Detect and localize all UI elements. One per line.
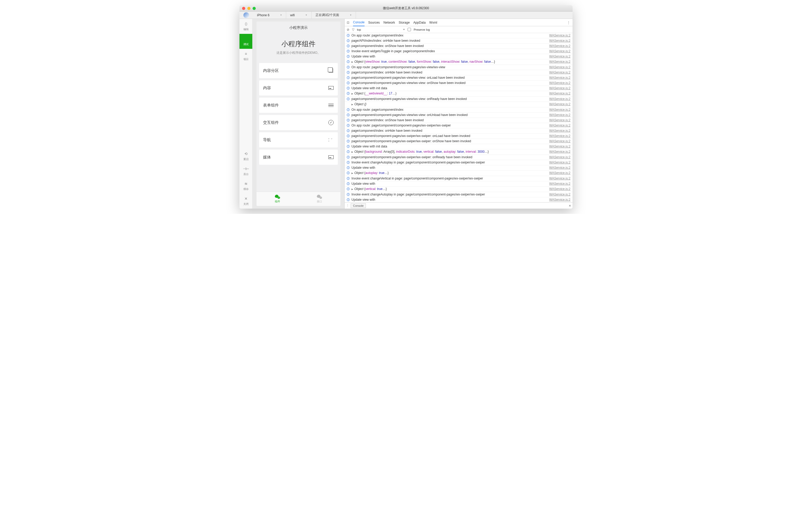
console-source-link[interactable]: WAService.js:2 [549,160,571,165]
console-source-link[interactable]: WAService.js:2 [549,65,571,70]
sidebar-item-后台[interactable]: ⊣⊢后台 [239,164,252,179]
list-item[interactable]: 内容分区 [259,63,338,78]
console-source-link[interactable]: WAService.js:2 [549,44,571,48]
console-row[interactable]: ⓘOn app route: page/component/indexWASer… [345,33,573,38]
device-select[interactable]: iPhone 6 ▼ [253,11,286,19]
console-row[interactable]: ⓘpage/component/component-pages/wx-view/… [345,81,573,86]
console-row[interactable]: ⓘpage/component/index: onHide have been … [345,70,573,75]
sidebar-item-项目[interactable]: ≡项目 [239,49,252,64]
console-source-link[interactable]: WAService.js:2 [549,134,571,138]
console-source-link[interactable]: WAService.js:2 [549,113,571,117]
chevron-down-icon[interactable]: ▼ [403,28,405,31]
console-row[interactable]: ⓘUpdate view withWAService.js:2 [345,197,573,202]
console-source-link[interactable]: WAService.js:2 [549,171,571,175]
console-source-link[interactable]: WAService.js:2 [549,149,571,154]
console-row[interactable]: ⓘ▶Object {__webviewId__: 17…}WAService.j… [345,91,573,97]
console-row[interactable]: ⓘ▶Object {vertical: true…}WAService.js:2 [345,187,573,192]
console-source-link[interactable]: WAService.js:2 [549,49,571,54]
console-row[interactable]: ⓘpage/component/index: onShow have been … [345,44,573,49]
console-source-link[interactable]: WAService.js:2 [549,129,571,133]
network-select[interactable]: wifi ▼ [286,11,311,19]
console-row[interactable]: ⓘOn app route: page/component/component-… [345,65,573,70]
list-item[interactable]: 内容 [259,80,338,95]
console-source-link[interactable]: WAService.js:2 [549,97,571,101]
drawer-tab-console[interactable]: Console [351,203,366,208]
avatar[interactable] [243,12,249,18]
console-source-link[interactable]: WAService.js:2 [549,86,571,90]
minimize-window-button[interactable] [247,7,251,10]
devtools-tab-storage[interactable]: Storage [399,19,410,26]
preserve-log-checkbox[interactable] [408,28,411,31]
console-row[interactable]: ⓘUpdate view withWAService.js:2 [345,165,573,170]
console-source-link[interactable]: WAService.js:2 [549,76,571,80]
console-source-link[interactable]: WAService.js:2 [549,102,571,107]
console-source-link[interactable]: WAService.js:2 [549,81,571,85]
console-row[interactable]: ⓘpage/component/component-pages/wx-swipe… [345,155,573,160]
console-row[interactable]: ⓘUpdate view withWAService.js:2 [345,54,573,59]
console-row[interactable]: ⓘpage/component/component-pages/wx-view/… [345,113,573,118]
console-row[interactable]: ⓘpage/component/index: onHide have been … [345,128,573,134]
console-row[interactable]: ⓘpage/API/index/index: onHide have been … [345,38,573,44]
console-row[interactable]: ⓘ▶Object {autoplay: true…}WAService.js:2 [345,170,573,176]
console-source-link[interactable]: WAService.js:2 [549,70,571,75]
console-source-link[interactable]: WAService.js:2 [549,123,571,128]
sidebar-item-调试[interactable]: 调试 [239,34,252,49]
more-icon[interactable]: ⋮ [567,21,571,24]
tabbar-item[interactable]: 接口 [298,192,341,206]
console-source-link[interactable]: WAService.js:2 [549,176,571,181]
close-window-button[interactable] [242,7,245,10]
console-row[interactable]: ⓘInvoke event changeVertical in page: pa… [345,176,573,181]
console-source-link[interactable]: WAService.js:2 [549,38,571,43]
sidebar-item-关闭[interactable]: ✕关闭 [239,194,252,209]
console-row[interactable]: ⓘOn app route: page/component/component-… [345,123,573,128]
console-row[interactable]: ⓘ▶Object {viewShow: true, contentShow: f… [345,59,573,65]
sidebar-item-编辑[interactable]: ⟨⟩编辑 [239,19,252,34]
console-source-link[interactable]: WAService.js:2 [549,108,571,112]
list-item[interactable]: 表单组件 [259,98,338,113]
list-item[interactable]: 交互组件✓ [259,115,338,130]
console-row[interactable]: ⓘpage/component/component-pages/wx-view/… [345,97,573,102]
devtools-tab-sources[interactable]: Sources [368,19,380,26]
console-source-link[interactable]: WAService.js:2 [549,192,571,197]
console-row[interactable]: ⓘpage/component/component-pages/wx-swipe… [345,134,573,139]
sidebar-item-重启[interactable]: ⟲重启 [239,149,252,164]
console-source-link[interactable]: WAService.js:2 [549,91,571,96]
console-source-link[interactable]: WAService.js:2 [549,182,571,186]
console-row[interactable]: ⓘpage/component/index: onShow have been … [345,118,573,123]
console-row[interactable]: ⓘInvoke event changeAutoplay in page: pa… [345,192,573,197]
console-output[interactable]: ⓘOn app route: page/component/indexWASer… [345,33,573,202]
console-source-link[interactable]: WAService.js:2 [549,166,571,170]
close-drawer-icon[interactable]: × [569,203,571,208]
console-row[interactable]: ⓘUpdate view with init dataWAService.js:… [345,86,573,91]
console-row[interactable]: ⓘUpdate view with init dataWAService.js:… [345,144,573,149]
devtools-tab-wxml[interactable]: Wxml [429,19,437,26]
console-source-link[interactable]: WAService.js:2 [549,155,571,160]
console-row[interactable]: ⓘOn app route: page/component/indexWASer… [345,107,573,113]
context-select[interactable]: top [357,28,361,31]
console-row[interactable]: ⓘpage/component/component-pages/wx-view/… [345,75,573,81]
maximize-window-button[interactable] [253,7,256,10]
console-source-link[interactable]: WAService.js:2 [549,118,571,122]
devtools-tab-network[interactable]: Network [383,19,395,26]
list-item[interactable]: 媒体 [259,149,338,165]
console-row[interactable]: ⓘInvoke event widgetsToggle in page: pag… [345,49,573,54]
debug-status-select[interactable]: 正在调试2个页面 ▼ [312,11,356,19]
console-source-link[interactable]: WAService.js:2 [549,54,571,59]
tabbar-item[interactable]: 组件 [257,192,298,206]
console-source-link[interactable]: WAService.js:2 [549,144,571,149]
console-row[interactable]: ▶Object {}WAService.js:2 [345,102,573,107]
filter-icon[interactable]: ▽ [352,28,354,31]
console-row[interactable]: ⓘ▶Object {background: Array[3], indicato… [345,149,573,155]
console-row[interactable]: ⓘInvoke event changeAutoplay in page: pa… [345,160,573,165]
console-source-link[interactable]: WAService.js:2 [549,187,571,191]
console-source-link[interactable]: WAService.js:2 [549,139,571,143]
devtools-tab-console[interactable]: Console [353,19,365,26]
console-row[interactable]: ⓘUpdate view withWAService.js:2 [345,181,573,187]
list-item[interactable]: 导航○ ○ ○ [259,132,338,147]
devtools-tab-appdata[interactable]: AppData [413,19,426,26]
console-source-link[interactable]: WAService.js:2 [549,197,571,202]
inspect-icon[interactable]: ⊡ [347,21,349,24]
console-row[interactable]: ⓘpage/component/component-pages/wx-swipe… [345,139,573,144]
console-source-link[interactable]: WAService.js:2 [549,33,571,38]
sidebar-item-缓存[interactable]: ≋缓存 [239,179,252,194]
